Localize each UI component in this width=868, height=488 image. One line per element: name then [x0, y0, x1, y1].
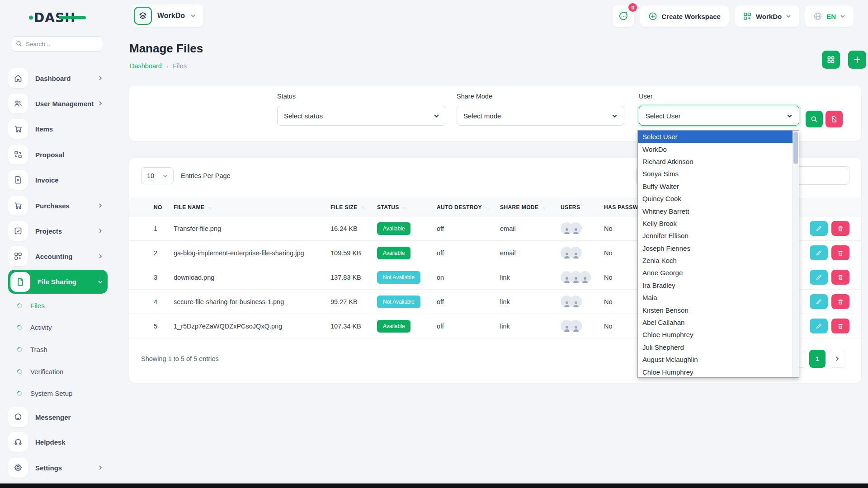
sidebar-item-proposal[interactable]: Proposal — [8, 144, 108, 165]
share-mode-select[interactable]: Select mode — [457, 106, 624, 126]
trash-icon — [837, 299, 844, 305]
status-badge: Not Available — [377, 271, 420, 284]
dropdown-option[interactable]: Juli Shepherd — [638, 341, 793, 353]
apply-filter-button[interactable] — [806, 111, 823, 127]
sidebar-item-settings[interactable]: Settings — [8, 457, 108, 478]
col-header-auto-destroy[interactable]: AUTO DESTROY↑↓ — [437, 198, 500, 216]
col-header-file-name[interactable]: FILE NAME↑↓ — [174, 198, 330, 216]
cell-share-mode: link — [500, 314, 561, 338]
chevron-right-icon — [835, 356, 840, 361]
delete-button[interactable] — [831, 221, 849, 236]
edit-button[interactable] — [810, 270, 828, 285]
col-header-users[interactable]: USERS — [561, 198, 604, 216]
dropdown-option[interactable]: Select User — [638, 131, 793, 143]
dropdown-option[interactable]: Joseph Fiennes — [638, 242, 793, 254]
dropdown-option[interactable]: Quincy Cook — [638, 192, 793, 205]
dropdown-option[interactable]: Kelly Brook — [638, 217, 793, 230]
sidebar-subitem-trash[interactable]: Trash — [17, 343, 47, 356]
grid-plus-icon — [8, 246, 28, 266]
dropdown-option[interactable]: Jennifer Ellison — [638, 230, 793, 242]
grid-view-button[interactable] — [822, 51, 840, 69]
create-workspace-button[interactable]: Create Workspace — [640, 5, 729, 27]
dropdown-option[interactable]: Whitney Barrett — [638, 205, 793, 217]
sidebar-item-items[interactable]: Items — [8, 118, 108, 139]
cell-share-mode: email — [500, 216, 561, 241]
sidebar-item-label: Proposal — [35, 151, 108, 159]
sidebar-item-helpdesk[interactable]: Helpdesk — [8, 432, 108, 452]
dropdown-option[interactable]: Ira Bradley — [638, 279, 793, 291]
delete-button[interactable] — [831, 319, 849, 333]
language-label: EN — [826, 13, 836, 20]
workspace-switcher[interactable]: WorkDo — [735, 5, 799, 27]
col-header-file-size[interactable]: FILE SIZE↑↓ — [330, 198, 377, 216]
cell-no: 4 — [129, 290, 174, 314]
sidebar-item-purchases[interactable]: Purchases — [8, 195, 108, 216]
edit-button[interactable] — [810, 294, 828, 309]
status-filter: Status Select status — [277, 93, 446, 126]
cart-icon — [8, 196, 28, 216]
dropdown-option[interactable]: Maia — [638, 291, 793, 304]
edit-button[interactable] — [810, 319, 828, 333]
dropdown-option[interactable]: Chloe Humphrey — [638, 366, 793, 378]
workspace-pill[interactable]: WorkDo — [132, 5, 203, 27]
col-header-share-mode[interactable]: SHARE MODE↑↓ — [500, 198, 561, 216]
chevron-down-icon — [840, 14, 845, 19]
delete-button[interactable] — [831, 270, 849, 285]
dropdown-option[interactable]: Abel Callahan — [638, 316, 793, 328]
dropdown-option[interactable]: WorkDo — [638, 143, 793, 155]
sidebar-search — [11, 36, 103, 52]
user-select[interactable]: Select User — [639, 106, 799, 126]
col-header-no[interactable]: NO — [129, 198, 174, 216]
dropdown-option[interactable]: Anne George — [638, 267, 793, 279]
chevron-down-icon — [163, 174, 168, 178]
search-input[interactable] — [26, 41, 98, 47]
sidebar-item-invoice[interactable]: Invoice — [8, 169, 108, 190]
add-file-button[interactable] — [848, 51, 866, 69]
trash-icon — [837, 274, 844, 281]
delete-button[interactable] — [831, 294, 849, 309]
breadcrumb-current: Files — [173, 62, 187, 70]
pencil-icon — [816, 323, 822, 329]
cell-auto-destroy: off — [437, 314, 500, 338]
create-workspace-label: Create Workspace — [661, 13, 721, 20]
sidebar-item-accounting[interactable]: Accounting — [8, 246, 108, 267]
gear-icon — [8, 458, 28, 478]
sidebar-item-projects[interactable]: Projects — [8, 221, 108, 241]
dropdown-option[interactable]: Richard Atkinson — [638, 155, 793, 168]
language-selector[interactable]: EN — [805, 5, 854, 27]
entries-per-page-select[interactable]: 10 — [141, 167, 174, 184]
breadcrumb-dashboard-link[interactable]: Dashboard — [130, 62, 162, 70]
dropdown-option[interactable]: August Mclaughlin — [638, 353, 793, 366]
edit-button[interactable] — [810, 221, 828, 236]
sidebar-item-user-management[interactable]: User Management — [8, 93, 108, 114]
sidebar-item-dashboard[interactable]: Dashboard — [8, 68, 108, 89]
chevron-down-icon — [787, 113, 793, 119]
dropdown-option[interactable]: Buffy Walter — [638, 180, 793, 192]
scrollbar-thumb[interactable] — [793, 131, 798, 164]
pagination-next-button[interactable] — [829, 350, 845, 368]
edit-button[interactable] — [810, 245, 828, 260]
sidebar-subitem-files[interactable]: Files — [17, 299, 45, 312]
reset-filter-button[interactable] — [826, 111, 843, 127]
dropdown-option[interactable]: Sonya Sims — [638, 168, 793, 180]
topbar-actions: 0 Create Workspace WorkDo EN — [613, 5, 854, 27]
dropdown-option[interactable]: Kirsten Benson — [638, 304, 793, 316]
pagination-page-1[interactable]: 1 — [809, 350, 826, 368]
sidebar-subitem-system-setup[interactable]: System Setup — [17, 386, 72, 400]
sidebar-item-messenger[interactable]: Messenger — [8, 407, 108, 427]
dropdown-option[interactable]: Zenia Koch — [638, 254, 793, 267]
dropdown-option[interactable]: Chloe Humphrey — [638, 328, 793, 341]
sidebar-subitem-activity[interactable]: Activity — [17, 320, 52, 334]
delete-button[interactable] — [831, 245, 849, 260]
chat-bubble-icon — [618, 11, 629, 22]
globe-icon — [813, 12, 822, 21]
sidebar-item-file-sharing[interactable]: File Sharing — [8, 270, 108, 294]
status-badge: Available — [377, 320, 410, 333]
subitem-label: System Setup — [30, 389, 72, 397]
dropdown-scrollbar[interactable] — [793, 131, 799, 377]
messages-button[interactable]: 0 — [613, 5, 634, 27]
sidebar-subitem-verification[interactable]: Verification — [17, 365, 63, 378]
col-header-status[interactable]: STATUS↑↓ — [377, 198, 437, 216]
sidebar-item-label: Dashboard — [35, 75, 98, 82]
status-select[interactable]: Select status — [277, 106, 446, 126]
